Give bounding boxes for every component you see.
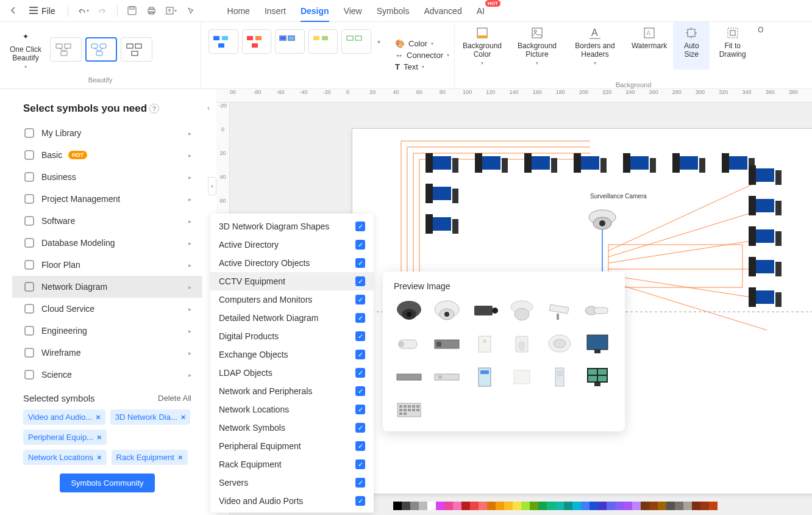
- category-software[interactable]: Software▸: [12, 210, 202, 232]
- preview-recorder[interactable]: [432, 364, 462, 389]
- chip[interactable]: Network Locations×: [23, 450, 107, 465]
- chip-remove-icon[interactable]: ×: [178, 453, 183, 462]
- delete-all-button[interactable]: Delete All: [158, 394, 191, 403]
- chip[interactable]: Video and Audio...×: [23, 409, 105, 425]
- checkbox-checked-icon[interactable]: ✓: [355, 496, 365, 506]
- color-swatch[interactable]: [513, 502, 521, 510]
- file-menu[interactable]: File: [24, 4, 60, 18]
- preview-dvr[interactable]: [432, 331, 462, 356]
- checkbox-checked-icon[interactable]: ✓: [355, 313, 365, 323]
- color-swatch[interactable]: [649, 502, 658, 510]
- bg-color-button[interactable]: Background Color▾: [455, 22, 510, 70]
- color-swatch[interactable]: [444, 502, 453, 510]
- preview-kiosk[interactable]: [544, 364, 575, 389]
- subcategory-item[interactable]: Digital Products✓: [210, 327, 374, 345]
- preview-smoke-detector[interactable]: [544, 331, 575, 356]
- theme-thumb-3[interactable]: [121, 37, 152, 62]
- tab-view[interactable]: View: [344, 2, 362, 20]
- color-swatch[interactable]: [521, 502, 530, 510]
- category-science[interactable]: Science▸: [12, 364, 202, 386]
- symbols-community-button[interactable]: Symbols Community: [60, 474, 154, 492]
- cursor-button[interactable]: [183, 4, 198, 18]
- category-floor-plan[interactable]: Floor Plan▸: [12, 254, 202, 276]
- export-button[interactable]: ▾: [164, 4, 179, 18]
- color-swatch[interactable]: [564, 502, 572, 510]
- color-swatch[interactable]: [589, 502, 598, 510]
- category-engineering[interactable]: Engineering▸: [12, 320, 202, 342]
- subcategory-item[interactable]: Rack Equipment✓: [210, 455, 374, 474]
- help-icon[interactable]: ?: [149, 104, 159, 113]
- category-project-management[interactable]: Project Management▸: [12, 188, 202, 210]
- panel-collapse-button[interactable]: ‹: [204, 99, 213, 117]
- one-click-beautify-button[interactable]: ✦ One Click Beautify ▾: [7, 29, 44, 70]
- subcategory-item[interactable]: Network Locations✓: [210, 400, 374, 419]
- color-swatch[interactable]: [487, 502, 496, 510]
- theme-thumb-7[interactable]: [308, 29, 338, 54]
- preview-ptz-camera[interactable]: [507, 298, 537, 323]
- tab-design[interactable]: Design: [301, 2, 329, 20]
- checkbox-checked-icon[interactable]: ✓: [355, 221, 365, 231]
- color-swatch[interactable]: [436, 502, 444, 510]
- save-button[interactable]: [125, 4, 140, 18]
- redo-button[interactable]: [95, 4, 110, 18]
- checkbox-checked-icon[interactable]: ✓: [355, 405, 365, 414]
- chip-remove-icon[interactable]: ×: [97, 433, 102, 442]
- checkbox-checked-icon[interactable]: ✓: [355, 459, 365, 469]
- checkbox-checked-icon[interactable]: ✓: [355, 478, 365, 488]
- tab-advanced[interactable]: Advanced: [424, 2, 461, 20]
- subcategory-item[interactable]: Network and Peripherals✓: [210, 382, 374, 400]
- checkbox-checked-icon[interactable]: ✓: [355, 276, 365, 286]
- color-swatch[interactable]: [572, 502, 581, 510]
- color-swatch[interactable]: [641, 502, 649, 510]
- preview-ir-camera[interactable]: [394, 331, 424, 356]
- color-swatch[interactable]: [427, 502, 436, 510]
- subcategory-item[interactable]: Computers and Monitors✓: [210, 290, 374, 309]
- color-swatch[interactable]: [479, 502, 487, 510]
- theme-thumb-2[interactable]: [85, 37, 117, 62]
- color-swatch[interactable]: [709, 502, 718, 510]
- preview-quad-monitor[interactable]: [582, 364, 613, 389]
- preview-switch-panel[interactable]: [507, 364, 537, 389]
- chip[interactable]: Rack Equipment×: [112, 450, 188, 465]
- subcategory-item[interactable]: Servers✓: [210, 474, 374, 492]
- checkbox-checked-icon[interactable]: ✓: [355, 295, 365, 304]
- preview-keypad[interactable]: [469, 364, 500, 389]
- chip-remove-icon[interactable]: ×: [96, 412, 101, 422]
- watermark-button[interactable]: AWatermark: [625, 22, 673, 70]
- chip-remove-icon[interactable]: ×: [181, 412, 186, 422]
- category-wireframe[interactable]: Wireframe▸: [12, 342, 202, 364]
- subcategory-item[interactable]: Active Directory Objects✓: [210, 254, 374, 272]
- tab-symbols[interactable]: Symbols: [377, 2, 410, 20]
- connector-dropdown[interactable]: ↔Connector ▾: [395, 51, 449, 60]
- panel-collapse-button-2[interactable]: ‹: [208, 177, 216, 195]
- color-swatch[interactable]: [675, 502, 683, 510]
- print-button[interactable]: [144, 4, 159, 18]
- checkbox-checked-icon[interactable]: ✓: [355, 350, 365, 359]
- color-swatch[interactable]: [547, 502, 555, 510]
- color-swatch[interactable]: [453, 502, 461, 510]
- theme-thumb-1[interactable]: [50, 37, 82, 62]
- chip[interactable]: 3D Network Dia...×: [110, 409, 190, 425]
- color-swatch[interactable]: [402, 502, 410, 510]
- category-cloud-service[interactable]: Cloud Service▸: [12, 298, 202, 320]
- color-swatch[interactable]: [598, 502, 607, 510]
- theme-thumb-6[interactable]: [275, 29, 305, 54]
- color-swatch[interactable]: [632, 502, 641, 510]
- color-swatch[interactable]: [393, 502, 402, 510]
- color-swatch[interactable]: [581, 502, 589, 510]
- preview-motion-sensor[interactable]: [507, 331, 537, 356]
- color-swatch[interactable]: [666, 502, 675, 510]
- checkbox-checked-icon[interactable]: ✓: [355, 441, 365, 451]
- color-swatch[interactable]: [624, 502, 632, 510]
- theme-thumb-4[interactable]: [208, 29, 238, 54]
- tab-insert[interactable]: Insert: [265, 2, 286, 20]
- color-swatch[interactable]: [530, 502, 538, 510]
- subcategory-item[interactable]: CCTV Equipment✓: [210, 272, 374, 290]
- subcategory-item[interactable]: Video and Audio Ports✓: [210, 492, 374, 510]
- undo-button[interactable]: ▾: [76, 4, 90, 18]
- overflow-button[interactable]: O: [755, 22, 766, 70]
- preview-nvr[interactable]: [394, 364, 424, 389]
- color-swatch[interactable]: [419, 502, 427, 510]
- category-network-diagram[interactable]: Network Diagram▸: [12, 276, 202, 298]
- tab-ai[interactable]: AIHOT: [477, 2, 485, 20]
